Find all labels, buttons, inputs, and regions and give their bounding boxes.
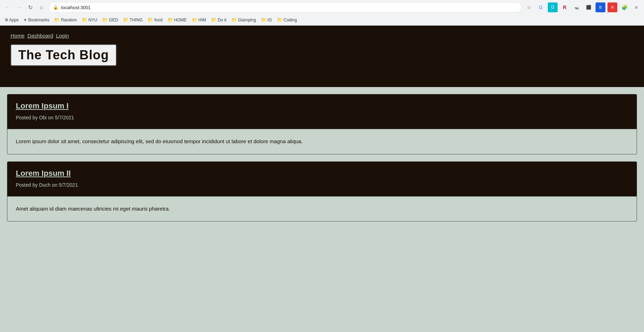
folder-icon: 📁 — [192, 17, 197, 22]
bookmark-glamping[interactable]: 📁 Glamping — [229, 16, 258, 24]
ext-google-translate[interactable]: G — [536, 2, 546, 12]
folder-icon: 📁 — [277, 17, 283, 22]
post-card: Lorem Ipsum I Posted by Obi on 5/7/2021 … — [7, 94, 637, 154]
ext-bitwarden[interactable]: B — [596, 2, 605, 12]
bookmark-do-it-label: Do it — [218, 18, 226, 22]
bookmark-coding-label: Coding — [284, 18, 297, 22]
ext-rakuten[interactable]: R — [560, 2, 570, 12]
bookmark-random[interactable]: 📁 Random — [52, 16, 79, 24]
post-1-text: Lorem ipsum dolor sit amet, consectetur … — [16, 138, 628, 146]
bookmark-him[interactable]: 📁 HIM — [190, 16, 208, 24]
folder-icon: 📁 — [123, 17, 129, 22]
bookmark-food-label: food — [154, 18, 162, 22]
folder-icon: 📁 — [147, 17, 153, 22]
address-bar[interactable]: 🔓 localhost:3001 — [48, 2, 522, 13]
ext-privacy-badger[interactable]: 🦡 — [572, 2, 581, 12]
folder-icon: 📁 — [102, 17, 108, 22]
bookmark-home[interactable]: 📁 HOME — [165, 16, 189, 24]
bookmark-ged-label: GED — [109, 18, 118, 22]
bookmark-thing[interactable]: 📁 THING — [121, 16, 145, 24]
browser-chrome: ← → ↻ ⌂ 🔓 localhost:3001 ☆ G D R 🦡 ⬛ B R… — [0, 0, 644, 26]
bookmark-thing-label: THING — [130, 18, 143, 22]
bookmark-bookmarks[interactable]: ★ Bookmarks — [21, 16, 51, 24]
site-title: The Tech Blog — [18, 48, 109, 62]
bookmark-apps[interactable]: ⊞ Apps — [3, 16, 21, 24]
post-1-header: Lorem Ipsum I Posted by Obi on 5/7/2021 — [7, 94, 637, 129]
bookmark-ged[interactable]: 📁 GED — [100, 16, 120, 24]
bookmark-random-label: Random — [61, 18, 77, 22]
page-header: Home Dashboard Login The Tech Blog — [0, 26, 644, 87]
bookmark-apps-label: Apps — [9, 18, 19, 22]
bookmark-bookmarks-label: Bookmarks — [28, 18, 49, 22]
post-2-header: Lorem Ipsum II Posted by Duch on 5/7/202… — [7, 162, 637, 196]
ext-unknown-1[interactable]: ⬛ — [584, 2, 593, 12]
post-2-text: Amet aliquam id diam maecenas ultricies … — [16, 205, 628, 213]
reload-button[interactable]: ↻ — [25, 2, 35, 12]
browser-toolbar: ← → ↻ ⌂ 🔓 localhost:3001 ☆ G D R 🦡 ⬛ B R… — [0, 0, 644, 15]
ext-unknown-2[interactable]: R — [607, 2, 617, 12]
forward-button[interactable]: → — [14, 2, 24, 12]
nav-buttons: ← → ↻ ⌂ — [3, 2, 46, 12]
bookmark-food[interactable]: 📁 food — [145, 16, 164, 24]
post-2-body: Amet aliquam id diam maecenas ultricies … — [7, 196, 637, 221]
post-1-title[interactable]: Lorem Ipsum I — [16, 101, 68, 111]
home-button[interactable]: ⌂ — [37, 2, 46, 12]
folder-icon: 📁 — [82, 17, 87, 22]
bookmark-glamping-label: Glamping — [238, 18, 256, 22]
bookmark-star-button[interactable]: ☆ — [524, 2, 534, 12]
star-icon: ★ — [24, 18, 27, 22]
post-2-title[interactable]: Lorem Ipsum II — [16, 169, 71, 178]
nav-home[interactable]: Home — [11, 33, 25, 39]
bookmark-nyu-label: NYU — [88, 18, 97, 22]
post-1-meta: Posted by Obi on 5/7/2021 — [16, 115, 628, 120]
nav-dashboard[interactable]: Dashboard — [27, 33, 53, 39]
post-1-body: Lorem ipsum dolor sit amet, consectetur … — [7, 129, 637, 154]
bookmark-coding[interactable]: 📁 Coding — [275, 16, 299, 24]
apps-icon: ⊞ — [5, 18, 8, 22]
post-2-meta: Posted by Duch on 5/7/2021 — [16, 182, 628, 188]
back-button[interactable]: ← — [3, 2, 13, 12]
nav-login[interactable]: Login — [56, 33, 69, 39]
bookmarks-bar: ⊞ Apps ★ Bookmarks 📁 Random 📁 NYU 📁 GED … — [0, 15, 644, 25]
bookmark-nyu[interactable]: 📁 NYU — [80, 16, 99, 24]
folder-icon: 📁 — [211, 17, 217, 22]
ext-menu[interactable]: ≡ — [631, 2, 641, 12]
folder-icon: 📁 — [167, 17, 173, 22]
post-card: Lorem Ipsum II Posted by Duch on 5/7/202… — [7, 161, 637, 222]
bookmark-ig-label: IG — [268, 18, 272, 22]
bookmark-home-label: HOME — [174, 18, 187, 22]
lock-icon: 🔓 — [53, 5, 58, 10]
folder-icon: 📁 — [54, 17, 60, 22]
site-title-box: The Tech Blog — [11, 44, 117, 66]
ext-dashlane[interactable]: D — [548, 2, 558, 12]
url-display: localhost:3001 — [61, 5, 517, 10]
page-content: Lorem Ipsum I Posted by Obi on 5/7/2021 … — [0, 87, 644, 235]
bookmark-do-it[interactable]: 📁 Do it — [209, 16, 229, 24]
bookmark-ig[interactable]: 📁 IG — [259, 16, 274, 24]
folder-icon: 📁 — [261, 17, 267, 22]
folder-icon: 📁 — [231, 17, 237, 22]
ext-puzzle[interactable]: 🧩 — [619, 2, 629, 12]
page-nav: Home Dashboard Login — [11, 33, 633, 39]
browser-actions: ☆ G D R 🦡 ⬛ B R 🧩 ≡ — [524, 2, 641, 12]
bookmark-him-label: HIM — [198, 18, 206, 22]
